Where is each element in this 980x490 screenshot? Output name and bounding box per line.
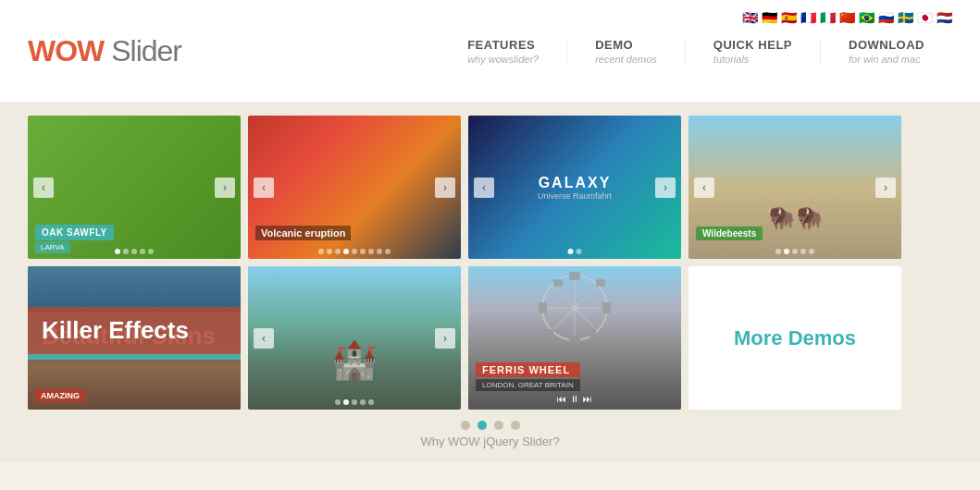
dot[interactable] [115, 249, 120, 254]
thumb-castle[interactable]: ‹ › [248, 266, 461, 410]
svg-rect-9 [602, 302, 611, 313]
nav-demo-label: DEMO [595, 38, 657, 52]
dot[interactable] [123, 249, 129, 254]
killer-effects-overlay: Killer Effects [28, 307, 241, 354]
svg-rect-11 [587, 329, 596, 337]
main-content: ‹ › OAK SAWFLY LARVA ‹ › Volcanic erupti… [0, 102, 980, 462]
nav-download-label: DOWNLOAD [849, 38, 924, 52]
ferris-title: FERRIS WHEEL [476, 362, 580, 377]
bottom-label: Why WOW jQuery Slider? [28, 435, 952, 453]
ferris-sub: LONDON, GREAT BRITAIN [476, 379, 580, 391]
dot[interactable] [352, 399, 357, 405]
nav-features-label: FEATURES [467, 38, 539, 52]
ferris-wheel-icon [538, 271, 612, 345]
dot[interactable] [148, 249, 154, 254]
galaxy-title: GALAXY [538, 175, 612, 191]
flag-ru[interactable]: 🇷🇺 [878, 11, 894, 24]
wildebeests-label: Wildebeests [696, 227, 763, 240]
dot[interactable] [343, 399, 349, 405]
dot[interactable] [360, 399, 366, 405]
nav-quickhelp-sub: tutorials [713, 54, 792, 65]
dot[interactable] [800, 249, 806, 254]
nav-quickhelp-label: QUICK HELP [713, 38, 792, 52]
galaxy-label-group: GALAXY Universe Raumfahrt [538, 175, 612, 201]
amazing-badge: Amazing [35, 389, 85, 402]
pause-icon[interactable]: ⏸ [570, 394, 579, 404]
flag-fr[interactable]: 🇫🇷 [800, 11, 816, 24]
dot[interactable] [327, 249, 332, 254]
nav-demo[interactable]: DEMO recent demos [566, 38, 685, 65]
dot[interactable] [568, 249, 574, 254]
media-controls[interactable]: ⏮ ⏸ ⏭ [557, 394, 592, 404]
flag-se[interactable]: 🇸🇪 [898, 11, 913, 24]
thumb-galaxy[interactable]: ‹ › GALAXY Universe Raumfahrt [468, 116, 681, 259]
nav-features-sub: why wowslider? [467, 54, 539, 65]
arrow-right-1[interactable]: › [215, 178, 235, 198]
dot[interactable] [784, 249, 789, 254]
bottom-dot-4[interactable] [511, 421, 520, 430]
dot[interactable] [377, 249, 382, 254]
flag-en[interactable]: 🇬🇧 [742, 11, 758, 24]
arrow-left-3[interactable]: ‹ [474, 178, 494, 198]
dot[interactable] [809, 249, 814, 254]
bottom-dot-2[interactable] [478, 421, 487, 430]
arrow-right-3[interactable]: › [655, 178, 676, 198]
dot[interactable] [385, 249, 391, 254]
arrow-right-5[interactable]: › [435, 328, 455, 349]
arrow-left-2[interactable]: ‹ [254, 178, 274, 198]
flag-es[interactable]: 🇪🇸 [781, 11, 797, 24]
nav-quickhelp[interactable]: QUICK HELP tutorials [685, 38, 820, 65]
dot[interactable] [352, 249, 357, 254]
killer-effects-text: Killer Effects [42, 316, 227, 345]
slider-grid: ‹ › OAK SAWFLY LARVA ‹ › Volcanic erupti… [28, 116, 952, 410]
logo[interactable]: WOW Slider [28, 34, 181, 68]
dot[interactable] [368, 399, 374, 405]
dot[interactable] [577, 249, 582, 254]
dot[interactable] [318, 249, 324, 254]
arrow-left-1[interactable]: ‹ [33, 178, 54, 198]
dot[interactable] [335, 399, 341, 405]
bottom-dot-1[interactable] [461, 421, 470, 430]
bottom-dot-3[interactable] [494, 421, 503, 430]
dot[interactable] [368, 249, 374, 254]
dot[interactable] [360, 249, 366, 254]
thumb-volcanic[interactable]: ‹ › Volcanic eruption [248, 116, 461, 259]
castle-img [248, 266, 461, 410]
thumb-ferris[interactable]: FERRIS WHEEL LONDON, GREAT BRITAIN ⏮ ⏸ ⏭ [468, 266, 681, 410]
more-demos-text: More Demos [734, 326, 856, 350]
arrow-right-2[interactable]: › [435, 178, 455, 198]
dot[interactable] [792, 249, 798, 254]
dot[interactable] [131, 249, 137, 254]
flag-br[interactable]: 🇧🇷 [859, 11, 875, 24]
forward-icon[interactable]: ⏭ [583, 394, 592, 404]
dot[interactable] [335, 249, 341, 254]
thumb-more-demos[interactable]: More Demos [688, 266, 901, 410]
svg-rect-10 [553, 279, 563, 287]
thumb-oak-sawfly[interactable]: ‹ › OAK SAWFLY LARVA [28, 116, 241, 259]
thumb-wildebeests[interactable]: ‹ › Wildebeests [688, 116, 901, 259]
oak-sawfly-label: OAK SAWFLY [35, 225, 114, 240]
ferris-label-group: FERRIS WHEEL LONDON, GREAT BRITAIN [476, 362, 580, 391]
arrow-left-5[interactable]: ‹ [254, 328, 274, 349]
svg-rect-12 [596, 279, 605, 287]
flag-jp[interactable]: 🇯🇵 [917, 11, 933, 24]
flag-de[interactable]: 🇩🇪 [762, 11, 777, 24]
dot[interactable] [140, 249, 145, 254]
dot[interactable] [775, 249, 781, 254]
svg-rect-6 [569, 272, 580, 280]
dot[interactable] [343, 249, 349, 254]
arrow-left-4[interactable]: ‹ [694, 178, 714, 198]
oak-sawfly-sublabel: LARVA [35, 241, 70, 253]
nav-download[interactable]: DOWNLOAD for win and mac [820, 38, 952, 65]
flag-nl[interactable]: 🇳🇱 [937, 11, 952, 24]
svg-rect-13 [544, 329, 553, 337]
svg-rect-7 [569, 336, 580, 344]
galaxy-sub: Universe Raumfahrt [538, 191, 612, 201]
flag-it[interactable]: 🇮🇹 [820, 11, 836, 24]
arrow-right-4[interactable]: › [875, 178, 896, 198]
flag-cn[interactable]: 🇨🇳 [839, 11, 855, 24]
flags-bar: 🇬🇧 🇩🇪 🇪🇸 🇫🇷 🇮🇹 🇨🇳 🇧🇷 🇷🇺 🇸🇪 🇯🇵 🇳🇱 [742, 11, 952, 24]
rewind-icon[interactable]: ⏮ [557, 394, 566, 404]
nav-features[interactable]: FEATURES why wowslider? [440, 38, 566, 65]
thumb-large-overlay[interactable]: Beautiful Skins Killer Effects Amazing [28, 266, 241, 410]
